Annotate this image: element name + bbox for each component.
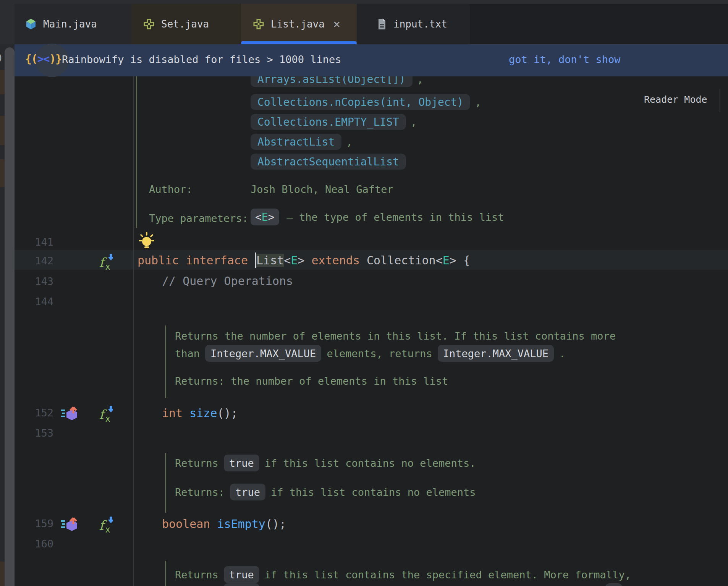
doc-text-row-clipped: returns true if and only if this list co… (175, 583, 628, 586)
returns-label: Returns: (175, 375, 231, 387)
doc-returns-row: Returns: the number of elements in this … (175, 375, 448, 387)
gutter-divider (133, 76, 134, 586)
doc-code-chip[interactable]: true (224, 566, 259, 583)
line-number-153: 153 (15, 425, 53, 442)
doc-code-chip[interactable]: true (224, 583, 259, 586)
see-also-chip-row-clipped: Arrays.asList(Object[]) , (251, 76, 423, 89)
tab-main-java[interactable]: Main.java (13, 4, 131, 44)
line-number-141: 141 (15, 234, 53, 251)
ide-window: Main.java Set.java List.java × (0, 0, 728, 586)
see-also-chip-row: Collections.nCopies(int, Object) , (251, 94, 481, 110)
lightbulb-icon[interactable] (139, 231, 154, 251)
code-line-142[interactable]: public interface List<E> extends Collect… (138, 251, 470, 269)
doc-text: than (175, 348, 200, 359)
doc-text-row: than Integer.MAX_VALUE elements, returns… (175, 345, 565, 362)
punct: > (450, 254, 456, 267)
type-param-chip[interactable]: <E> (251, 209, 279, 225)
line-number-143: 143 (15, 273, 53, 290)
notification-banner: {(><)} Rainbowify is disabled for files … (15, 44, 728, 76)
close-tab-icon[interactable]: × (333, 17, 340, 31)
doc-text: elements, returns (327, 348, 432, 359)
doc-code-chip[interactable]: e (605, 583, 622, 586)
type-param-desc: – the type of elements in this list (287, 211, 504, 223)
angle-close: > (268, 211, 275, 223)
punct: { (456, 254, 470, 267)
doc-text: . (559, 348, 565, 359)
banner-message: Rainbowify is disabled for files > 1000 … (62, 53, 341, 65)
overridden-method-fx-icon[interactable]: f x (99, 516, 113, 533)
tab-input-txt[interactable]: input.txt (357, 4, 470, 44)
type-param: E (291, 254, 298, 267)
doc-text: Returns (175, 569, 218, 581)
svg-text:x: x (105, 414, 110, 423)
left-pane-fragment-top (0, 4, 15, 44)
returns-label: Returns: (175, 486, 225, 498)
type-param-row: <E> – the type of elements in this list (251, 209, 504, 225)
doc-code-chip[interactable]: true (224, 455, 259, 471)
svg-text:x: x (105, 524, 110, 533)
rainbowify-icon: {(><)} (25, 53, 61, 65)
code-line-152[interactable]: int size(); (162, 404, 238, 422)
author-value: Josh Bloch, Neal Gafter (251, 183, 393, 195)
interface-name: List (256, 254, 284, 267)
doc-text: if this list contains no elements. (265, 457, 476, 469)
icon-brace-right: )} (49, 53, 61, 65)
banner-dismiss-link[interactable]: got it, don't show (509, 53, 621, 65)
doc-code-chip[interactable]: Collections.EMPTY_LIST (251, 114, 406, 130)
java-structure-icon (143, 18, 155, 30)
doc-code-chip[interactable]: Integer.MAX_VALUE (438, 345, 554, 362)
reader-mode-separator (720, 89, 720, 112)
doc-text-row: Returns true if this list contains no el… (175, 455, 476, 471)
tab-set-java[interactable]: Set.java (131, 4, 241, 44)
punct: (); (217, 406, 238, 420)
inherited-method-hexagon-icon[interactable] (61, 406, 82, 423)
doc-returns-row: Returns: true if this list contains no e… (175, 484, 476, 500)
chip-comma: , (475, 96, 481, 108)
tab-label: input.txt (393, 18, 447, 30)
rendered-doc-bar (165, 453, 166, 513)
chip-comma: , (411, 116, 417, 128)
angle-open: < (255, 211, 262, 223)
doc-code-chip[interactable]: AbstractList (251, 134, 341, 150)
tab-label: Set.java (161, 18, 209, 30)
overridden-method-fx-icon[interactable]: f x (99, 405, 113, 423)
overridden-method-fx-icon[interactable]: f x (99, 253, 113, 270)
doc-text: the number of elements in this list (231, 375, 448, 387)
code-line-143[interactable]: // Query Operations (162, 272, 293, 290)
doc-code-chip[interactable]: Collections.nCopies(int, Object) (251, 94, 470, 110)
left-pane-chip-fragment (0, 159, 5, 187)
rendered-doc-bar (165, 561, 166, 586)
window-top-strip (0, 0, 728, 4)
tab-label: Main.java (43, 18, 97, 30)
left-pane-chip-fragment (0, 562, 5, 586)
tab-list-java[interactable]: List.java × (241, 4, 357, 44)
left-pane-chip-fragment (0, 116, 5, 145)
chip-comma: , (346, 136, 352, 148)
punct: (); (265, 517, 286, 531)
doc-code-chip[interactable]: Arrays.asList(Object[]) (251, 76, 413, 87)
doc-code-chip[interactable]: Integer.MAX_VALUE (205, 345, 321, 362)
author-label: Author: (149, 183, 193, 195)
left-pane-partial-text: 0 (0, 52, 2, 65)
svg-text:x: x (105, 262, 110, 270)
icon-brace-left: {( (25, 53, 37, 65)
doc-code-chip[interactable]: AbstractSequentialList (251, 154, 406, 170)
line-number-159: 159 (15, 515, 53, 532)
see-also-chip-row: Collections.EMPTY_LIST , (251, 114, 417, 130)
left-pane-fragment: 0 (0, 44, 15, 586)
line-number-144: 144 (15, 293, 53, 310)
code-line-159[interactable]: boolean isEmpty(); (162, 515, 286, 533)
method-name: isEmpty (217, 517, 265, 531)
rendered-doc-bar (136, 76, 137, 228)
type-param-name: E (262, 211, 268, 223)
doc-code-chip[interactable]: true (230, 484, 265, 500)
icon-angle-pair: >< (37, 53, 50, 65)
type-param: E (443, 254, 450, 267)
type-params-label: Type parameters: (149, 212, 248, 224)
left-pane-chip-fragment (0, 70, 5, 94)
inherited-method-hexagon-icon[interactable] (61, 516, 82, 533)
doc-text: if this list contains the specified elem… (265, 569, 631, 581)
tab-label: List.java (271, 18, 325, 30)
punct: < (436, 254, 443, 267)
vertical-scrollbar-thumb[interactable] (5, 47, 15, 586)
